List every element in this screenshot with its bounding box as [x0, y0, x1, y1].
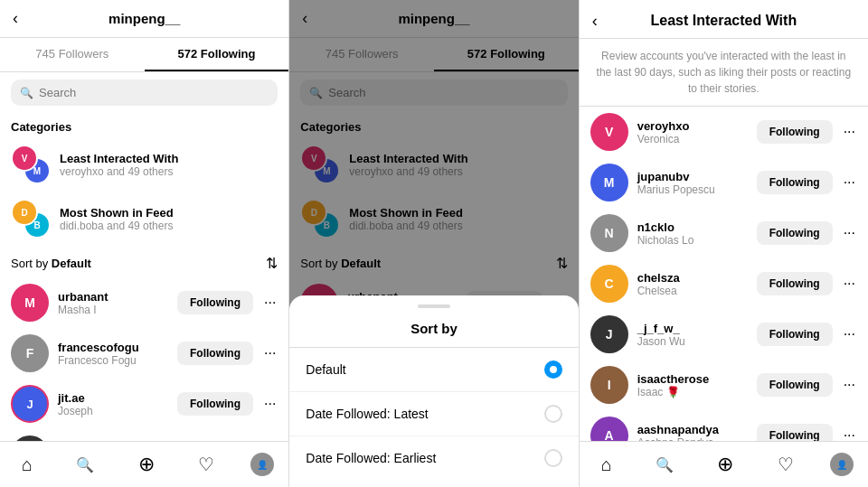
panel1-header: ‹ minpeng__ — [0, 0, 288, 38]
avatar-veroyhxo: V — [590, 113, 628, 151]
tab-followers[interactable]: 745 Followers — [0, 38, 145, 71]
user-item-urbanant: M urbanant Masha I Following ··· — [0, 277, 288, 328]
displayname-urbanant: Masha I — [58, 304, 168, 316]
more-btn-jupanubv[interactable]: ··· — [842, 174, 857, 191]
more-btn-veroyhxo[interactable]: ··· — [842, 124, 857, 140]
follow-btn-jitae[interactable]: Following — [177, 392, 253, 416]
panel3-nav-home[interactable]: ⌂ — [594, 451, 619, 479]
username-n1cklo: n1cklo — [637, 220, 748, 234]
more-btn-chelsza[interactable]: ··· — [842, 276, 857, 292]
search-icon: 🔍 — [20, 87, 33, 99]
cat1-name: Least Interacted With — [60, 152, 278, 165]
follow-btn-veroyhxo[interactable]: Following — [757, 120, 833, 144]
displayname-chelsza: Chelsea — [637, 285, 748, 297]
tab-following[interactable]: 572 Following — [145, 38, 289, 71]
avatar-aashnapandya: A — [590, 417, 628, 441]
more-btn-urbanant[interactable]: ··· — [262, 295, 278, 311]
username-francescofogu: francescofogu — [58, 341, 168, 354]
username-urbanant: urbanant — [58, 290, 168, 304]
follow-btn-aashnapandya[interactable]: Following — [757, 424, 833, 441]
nav-add-btn[interactable]: ⊕ — [131, 449, 162, 480]
displayname-jitae: Joseph — [58, 405, 168, 417]
panel3-header: ‹ Least Interacted With — [580, 0, 868, 39]
panel3-nav-search[interactable]: 🔍 — [648, 453, 681, 477]
nav-heart-btn[interactable]: ♡ — [191, 450, 222, 479]
displayname-n1cklo: Nicholas Lo — [637, 234, 748, 247]
category-avatar-stack-2: D B — [11, 199, 51, 239]
displayname-jupanubv: Marius Popescu — [637, 183, 748, 196]
category-avatar-stack-1: V M — [11, 145, 51, 184]
userinfo-jupanubv: jupanubv Marius Popescu — [637, 170, 748, 196]
sheet-handle — [418, 304, 450, 308]
follow-btn-francescofogu[interactable]: Following — [177, 342, 253, 365]
radio-latest — [544, 405, 562, 423]
panel1-search-bar: 🔍 — [11, 80, 278, 106]
panel3-title: Least Interacted With — [594, 13, 854, 29]
userinfo-veroyhxo: veroyhxo Veronica — [637, 119, 748, 145]
user-n1cklo: N n1cklo Nicholas Lo Following ··· — [580, 208, 868, 258]
nav-home-btn[interactable]: ⌂ — [14, 451, 40, 479]
username-chelsza: chelsza — [637, 271, 748, 285]
more-btn-n1cklo[interactable]: ··· — [842, 225, 857, 241]
category-least-interacted[interactable]: V M Least Interacted With veroyhxo and 4… — [0, 137, 288, 192]
user-info-urbanant: urbanant Masha I — [58, 290, 168, 316]
user-info-francescofogu: francescofogu Francesco Fogu — [58, 341, 168, 367]
userinfo-aashnapandya: aashnapandya Aashna Pandya — [637, 423, 748, 442]
avatar-isaactherose: I — [590, 366, 628, 404]
avatar-francescofogu: F — [11, 334, 49, 372]
more-btn-isaactherose[interactable]: ··· — [842, 377, 857, 393]
user-jupanubv: M jupanubv Marius Popescu Following ··· — [580, 157, 868, 208]
panel3-nav-profile[interactable]: 👤 — [830, 453, 854, 476]
more-btn-aashnapandya[interactable]: ··· — [842, 427, 857, 441]
displayname-veroyhxo: Veronica — [637, 133, 748, 145]
follow-btn-isaactherose[interactable]: Following — [757, 373, 833, 397]
panel3-subtitle: Review accounts you've interacted with t… — [580, 39, 868, 107]
panel1-tabs: 745 Followers 572 Following — [0, 38, 288, 72]
sheet-option-latest[interactable]: Date Followed: Latest — [289, 392, 578, 436]
search-input[interactable] — [39, 86, 269, 99]
follow-btn-urbanant[interactable]: Following — [177, 291, 253, 314]
panel3-nav-heart[interactable]: ♡ — [770, 450, 801, 479]
sheet-option-latest-label: Date Followed: Latest — [306, 407, 428, 421]
user-aashnapandya: A aashnapandya Aashna Pandya Following ·… — [580, 410, 868, 441]
nav-profile-btn[interactable]: 👤 — [250, 453, 274, 476]
avatar-urbanant: M — [11, 284, 49, 322]
panel3-back-button[interactable]: ‹ — [592, 12, 598, 31]
username-veroyhxo: veroyhxo — [637, 119, 748, 133]
sheet-option-default[interactable]: Default — [289, 348, 578, 392]
username-jfw: _j_f_w_ — [637, 322, 748, 335]
panel3-bottom-nav: ⌂ 🔍 ⊕ ♡ 👤 — [580, 441, 868, 487]
more-btn-francescofogu[interactable]: ··· — [262, 345, 278, 361]
follow-btn-chelsza[interactable]: Following — [757, 272, 833, 295]
user-item-ckiuwong: C ckiuwong christopher wong Following ··… — [0, 429, 288, 441]
panel3-nav-add[interactable]: ⊕ — [710, 449, 741, 480]
panel1-title: minpeng__ — [108, 11, 180, 26]
category-info-1: Least Interacted With veroyhxo and 49 ot… — [60, 152, 278, 178]
user-item-jitae: J jit.ae Joseph Following ··· — [0, 379, 288, 429]
sheet-option-earliest[interactable]: Date Followed: Earliest — [289, 436, 578, 480]
sheet-option-earliest-label: Date Followed: Earliest — [306, 451, 436, 465]
nav-search-btn[interactable]: 🔍 — [69, 453, 101, 477]
avatar-jitae: J — [11, 385, 49, 423]
panel1-back-button[interactable]: ‹ — [13, 9, 18, 28]
panel-following-list: ‹ minpeng__ 745 Followers 572 Following … — [0, 0, 289, 487]
cat-av-1: V — [11, 145, 38, 172]
user-jfw: J _j_f_w_ Jason Wu Following ··· — [580, 309, 868, 360]
sort-label: Sort by Default — [11, 257, 91, 270]
userinfo-n1cklo: n1cklo Nicholas Lo — [637, 220, 748, 247]
avatar-chelsza: C — [590, 265, 628, 303]
cat2-sub: didi.boba and 49 others — [60, 220, 278, 232]
sort-bottom-sheet: Sort by Default Date Followed: Latest Da… — [289, 295, 578, 487]
more-btn-jitae[interactable]: ··· — [262, 396, 278, 412]
sort-icon[interactable]: ⇅ — [266, 255, 278, 272]
username-jitae: jit.ae — [58, 391, 168, 405]
category-most-shown[interactable]: D B Most Shown in Feed didi.boba and 49 … — [0, 192, 288, 246]
follow-btn-jfw[interactable]: Following — [757, 323, 833, 346]
more-btn-jfw[interactable]: ··· — [842, 326, 857, 342]
sheet-option-default-label: Default — [306, 362, 345, 377]
displayname-jfw: Jason Wu — [637, 335, 748, 348]
follow-btn-jupanubv[interactable]: Following — [757, 171, 833, 194]
panel1-bottom-nav: ⌂ 🔍 ⊕ ♡ 👤 — [0, 441, 288, 487]
follow-btn-n1cklo[interactable]: Following — [757, 221, 833, 245]
userinfo-jfw: _j_f_w_ Jason Wu — [637, 322, 748, 348]
